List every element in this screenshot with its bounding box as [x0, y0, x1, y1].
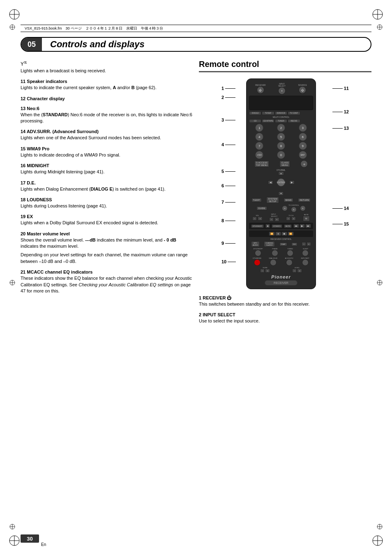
tvch-plus-btn[interactable]: + — [291, 216, 296, 221]
minus-btn[interactable]: – — [302, 242, 306, 246]
vol-minus-btn[interactable]: – — [252, 216, 257, 221]
btn-6[interactable]: 6 — [299, 133, 307, 141]
pause-btn[interactable]: ⏸ — [275, 232, 281, 236]
plus-btn[interactable]: + — [307, 242, 311, 246]
level-plus-btn[interactable]: + — [297, 269, 302, 273]
section-17: 17 D.E. Lights when Dialog Enhancement (… — [21, 180, 193, 192]
input-att-btn[interactable] — [302, 259, 309, 266]
dpad-up-btn[interactable]: ▲ — [278, 171, 284, 175]
btn-9[interactable]: 9 — [299, 142, 307, 150]
btn-enter[interactable]: ENT — [299, 151, 307, 159]
dtv-onoff-btn[interactable]: DTV/ONOFF — [251, 224, 264, 228]
dtv-info-btn[interactable]: DTVINFO — [272, 224, 282, 228]
cd-r-tape-btn[interactable]: CD-R/TAPE — [262, 119, 274, 123]
btn-5[interactable]: 5 — [277, 133, 285, 141]
guide-btn[interactable]: GUIDE — [256, 206, 267, 210]
tuner-btn[interactable]: TUNER — [275, 119, 287, 123]
callout-4: 4 — [221, 142, 235, 147]
vol-ch-plus[interactable]: + — [300, 205, 306, 211]
btn-2[interactable]: 2 — [277, 124, 285, 132]
ff-btn[interactable]: ⏭ — [305, 224, 311, 228]
dvi-btn[interactable]: DVI — [291, 242, 297, 246]
input-plus-btn[interactable]: + — [274, 217, 279, 221]
mute-btn[interactable]: M — [303, 216, 310, 221]
btn-dot[interactable]: •/10 — [255, 151, 263, 159]
system-setup-btn[interactable]: SYSTEMSETUP — [266, 197, 279, 203]
dpad-left-btn[interactable]: ◀ — [268, 180, 273, 184]
receiver-power-btn[interactable]: ⏻ — [257, 86, 264, 94]
btn-3[interactable]: 3 — [299, 124, 307, 132]
dtvmode-btn[interactable] — [254, 259, 261, 266]
band-btn[interactable]: BAND — [284, 198, 293, 202]
sleep-btn[interactable] — [302, 250, 309, 256]
receiver-btn-area: RECEIVER ⏻ — [255, 84, 266, 94]
ch-up-btn[interactable]: + — [291, 207, 297, 212]
source-area: SOURCE ⏻ — [298, 84, 307, 94]
desc-1-title: 1 RECEIVER ⏻ — [199, 295, 371, 300]
surr-plus-btn[interactable]: + — [265, 269, 270, 273]
t-edit-btn[interactable]: T.EDIT — [251, 198, 262, 202]
fwd-btn[interactable]: ⏩ — [288, 232, 294, 236]
menu-row: D.ACCESSTOP MENU CLASSMENU ⊕ — [249, 160, 313, 168]
cd-btn[interactable]: CD — [249, 119, 261, 123]
temp-btn[interactable]: TEMP — [279, 242, 287, 246]
desc-2: 2 INPUT SELECT Use to select the input s… — [199, 312, 371, 324]
btn-4[interactable]: 4 — [255, 133, 263, 141]
callout-10: 10 — [221, 259, 236, 264]
multi-control-label: MULTI CONTROL — [249, 116, 313, 118]
return-btn[interactable]: RETURN — [298, 198, 311, 202]
prev-btn[interactable]: ⏮ — [293, 224, 299, 228]
stop-btn[interactable]: ⏹ — [281, 232, 287, 236]
tvch-minus-btn[interactable]: – — [286, 216, 291, 221]
remote-top-row: RECEIVER ⏻ INPUTSELECT ⬆ SOURCE ⏻ — [249, 83, 313, 94]
surround-btn[interactable]: ⊕ — [300, 160, 308, 168]
source-btn[interactable]: ⏻ — [299, 86, 306, 94]
btn-0[interactable]: 0 — [277, 151, 285, 159]
btn-7[interactable]: 7 — [255, 142, 263, 150]
vol-up-btn[interactable]: + — [282, 205, 288, 211]
vol-plus-btn[interactable]: + — [258, 216, 262, 221]
input-minus-btn[interactable]: – — [269, 217, 274, 221]
play-btn[interactable]: ▶ — [300, 224, 305, 228]
bottom-descriptions: 1 RECEIVER ⏻ This switches between stand… — [199, 295, 371, 325]
page-number: 30 — [21, 534, 39, 543]
btn-1[interactable]: 1 — [255, 124, 263, 132]
acoustic-btn[interactable] — [286, 259, 293, 266]
input-select-btn[interactable]: ⬆ — [278, 87, 286, 94]
class-menu-btn[interactable]: CLASSMENU — [279, 161, 290, 167]
left-callouts: 1 2 3 4 5 6 7 — [221, 78, 244, 289]
enter-btn[interactable]: ENTER — [277, 178, 285, 187]
mute2-btn[interactable]: MUTE — [284, 224, 292, 228]
channel-select-btn[interactable]: CHANNELSLATER — [264, 241, 275, 247]
surr-minus-btn[interactable]: – — [260, 269, 265, 273]
rec-stop-btn[interactable]: ■ — [265, 224, 270, 228]
dialogue-btn[interactable] — [270, 259, 277, 266]
dpad-right-btn[interactable]: ▶ — [289, 180, 295, 184]
dvr-vcr-btn[interactable]: DVR/VCR — [275, 111, 287, 115]
d-access-btn[interactable]: D.ACCESSTOP MENU — [254, 161, 270, 167]
section-15-title: 15 WMA9 Pro — [21, 146, 193, 151]
dvd-ld-btn[interactable]: DVD/LD — [249, 111, 261, 115]
section-18-title: 18 LOUDNESS — [21, 197, 193, 202]
reg-mark-tr — [371, 8, 384, 21]
callout-2: 2 — [221, 95, 235, 100]
section-16: 16 MIDNIGHT Lights during Midnight liste… — [21, 163, 193, 175]
vol-area: VOL – + — [252, 214, 262, 221]
dpad-down-btn[interactable]: ▼ — [278, 191, 284, 196]
phase-btn[interactable] — [272, 250, 278, 256]
section-20-title: 20 Master volume level — [21, 231, 193, 236]
section-21-text: These indicators show the EQ balance for… — [21, 275, 193, 294]
recvd-btn[interactable]: RECVD — [288, 119, 300, 123]
tobed-btn[interactable] — [287, 250, 293, 256]
rew-btn[interactable]: ⏪ — [269, 232, 275, 236]
desc-2-text: Use to select the input source. — [199, 318, 371, 324]
mpc-btn[interactable]: MPXAUDIO — [251, 241, 260, 247]
spacer1 — [301, 111, 313, 115]
tv-cont-btn[interactable]: TV CONT — [288, 111, 300, 115]
dtvonoff-round-btn[interactable] — [255, 250, 261, 256]
level-minus-btn[interactable]: – — [292, 269, 297, 273]
tv-sat-btn[interactable]: TV/SAT — [262, 111, 274, 115]
btn-8[interactable]: 8 — [277, 142, 285, 150]
section-11-title: 11 Speaker indicators — [21, 79, 193, 84]
section-19-text: Lights when a Dolby Digital Surround EX … — [21, 220, 193, 226]
